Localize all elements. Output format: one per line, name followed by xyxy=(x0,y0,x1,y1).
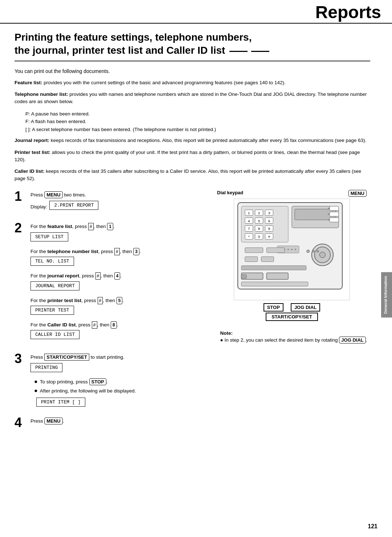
stop-button-ref: STOP xyxy=(89,378,106,385)
tel-code-p: P: A pause has been entered. xyxy=(25,110,370,118)
svg-text:#: # xyxy=(268,235,270,239)
start-copy-row: START/COPY/SET xyxy=(266,314,318,320)
step-2-content: For the feature list, press #, then 1. S… xyxy=(30,221,206,346)
svg-text:5: 5 xyxy=(258,219,260,223)
tel-code-f: F: A flash has been entered. xyxy=(25,118,370,126)
hash-key-2: # xyxy=(114,248,120,255)
svg-text:4: 4 xyxy=(248,219,250,223)
bullet-after: ● After printing, the following will be … xyxy=(34,387,206,395)
steps-column: 1 Press MENU two times. Display: 2.PRINT… xyxy=(15,190,206,436)
side-tab: General Information xyxy=(381,272,392,318)
side-tab-text: General Information xyxy=(383,276,388,314)
feature-list-text: provides you with the current settings o… xyxy=(44,80,285,85)
svg-rect-54 xyxy=(241,274,246,278)
step-1: 1 Press MENU two times. Display: 2.PRINT… xyxy=(15,190,206,215)
svg-text:8: 8 xyxy=(258,227,260,231)
step-2-number: 2 xyxy=(15,221,26,235)
note-text: ● In step 2, you can select the desired … xyxy=(220,337,367,343)
printer-test-section: Printer test list: allows you to check t… xyxy=(15,149,370,164)
journal-report-text: keeps records of fax transmissions and r… xyxy=(51,138,367,143)
feature-list-section: Feature list: provides you with the curr… xyxy=(15,79,370,86)
menu-diagram-label: MENU xyxy=(348,190,367,197)
caller-id-section: Caller ID list: keeps records of the las… xyxy=(15,168,370,183)
header-title: Reports xyxy=(315,4,381,23)
svg-point-39 xyxy=(295,249,296,250)
hash-key-4: # xyxy=(98,297,103,304)
svg-point-49 xyxy=(317,250,319,252)
start-copy-set-button-label: START/COPY/SET xyxy=(266,313,318,321)
step-4-number: 4 xyxy=(15,416,26,429)
sub-step-journal: For the journal report, press #, then 4.… xyxy=(30,272,206,293)
hash-key-5: # xyxy=(92,321,97,329)
journal-report-section: Journal report: keeps records of fax tra… xyxy=(15,137,370,144)
tel-code-bracket: [ ]: A secret telephone number has been … xyxy=(25,126,370,134)
caller-display-value: CALLER ID LIST xyxy=(30,330,79,339)
svg-text:3: 3 xyxy=(268,211,270,215)
step-3-text: Press START/COPY/SET to start printing. xyxy=(30,354,206,361)
step-1-display-row: Display: 2.PRINT REPORT xyxy=(30,201,206,213)
journal-display-value: JOURNAL REPORT xyxy=(30,281,79,290)
svg-point-37 xyxy=(287,249,289,250)
feature-list-term: Feature list: xyxy=(15,80,42,85)
svg-point-47 xyxy=(307,250,310,253)
fax-machine-illustration: 1 2 3 4 5 6 7 8 xyxy=(234,199,350,300)
bullet-stop: ● To stop printing, press STOP. xyxy=(34,378,206,386)
svg-rect-43 xyxy=(245,248,263,253)
svg-text:2: 2 xyxy=(258,211,260,215)
sub-step-tel: For the telephone number list, press #, … xyxy=(30,248,206,269)
svg-text:6: 6 xyxy=(268,219,270,223)
two-col-layout: 1 Press MENU two times. Display: 2.PRINT… xyxy=(15,190,370,436)
svg-point-48 xyxy=(313,250,315,252)
svg-text:9: 9 xyxy=(268,227,270,231)
tel-code-list: P: A pause has been entered. F: A flash … xyxy=(25,110,370,134)
step-4-text: Press MENU. xyxy=(30,418,206,425)
svg-rect-30 xyxy=(330,217,339,222)
svg-rect-52 xyxy=(267,273,289,279)
step-1-number: 1 xyxy=(15,190,26,203)
step-3-content: Press START/COPY/SET to start printing. … xyxy=(30,352,206,410)
step-3-display-value: PRINTING xyxy=(30,363,62,372)
svg-rect-50 xyxy=(241,265,306,270)
jog-dial-note-ref: JOG DIAL xyxy=(339,337,366,343)
note-title: Note: xyxy=(220,330,367,336)
svg-text:1: 1 xyxy=(248,211,250,215)
num-key-5: 5 xyxy=(117,297,123,304)
main-content: Printing the feature settings, telephone… xyxy=(0,24,392,447)
tel-number-term: Telephone number list: xyxy=(15,91,68,97)
journal-report-term: Journal report: xyxy=(15,138,49,143)
step-3: 3 Press START/COPY/SET to start printing… xyxy=(15,352,206,410)
hash-key-3: # xyxy=(95,272,101,280)
svg-point-38 xyxy=(291,249,293,250)
jog-dial-button-label: JOG DIAL xyxy=(291,303,320,312)
svg-rect-44 xyxy=(267,248,285,253)
svg-point-32 xyxy=(328,213,329,215)
svg-rect-45 xyxy=(245,256,258,261)
page-number: 121 xyxy=(368,523,377,530)
num-key-3: 3 xyxy=(133,248,139,255)
note-section: Note: ● In step 2, you can select the de… xyxy=(216,330,367,343)
step-2-display-value: SETUP LIST xyxy=(30,232,68,241)
hash-key-1: # xyxy=(88,223,94,230)
title-line2: the journal, printer test list and Calle… xyxy=(15,45,225,56)
svg-rect-28 xyxy=(330,206,339,210)
sub-step-printer: For the printer test list, press #, then… xyxy=(30,297,206,318)
svg-text:*: * xyxy=(248,235,250,239)
display-label: Display: xyxy=(30,204,47,209)
diagram-column: Dial keypad MENU 1 xyxy=(213,190,370,436)
stop-button-label: STOP xyxy=(264,303,283,312)
after-print-text: After printing, the following will be di… xyxy=(40,387,136,395)
svg-rect-46 xyxy=(261,256,274,261)
stop-jog-row: STOP JOG DIAL xyxy=(264,303,320,312)
fax-diagram: Dial keypad MENU 1 xyxy=(213,190,370,320)
num-key-4: 4 xyxy=(114,272,121,280)
tel-display-value: TEL NO. LIST xyxy=(30,257,74,266)
title-line1: Printing the feature settings, telephone… xyxy=(15,32,252,43)
step-3-number: 3 xyxy=(15,352,26,365)
printer-display-value: PRINTER TEST xyxy=(30,306,74,315)
page-header: Reports xyxy=(0,0,392,24)
svg-point-31 xyxy=(328,207,329,209)
step-1-text: Press MENU two times. xyxy=(30,191,206,199)
step-4: 4 Press MENU. xyxy=(15,416,206,429)
sub-step-caller: For the Caller ID list, press #, then 8.… xyxy=(30,321,206,342)
start-copy-set-button-ref: START/COPY/SET xyxy=(44,354,89,361)
